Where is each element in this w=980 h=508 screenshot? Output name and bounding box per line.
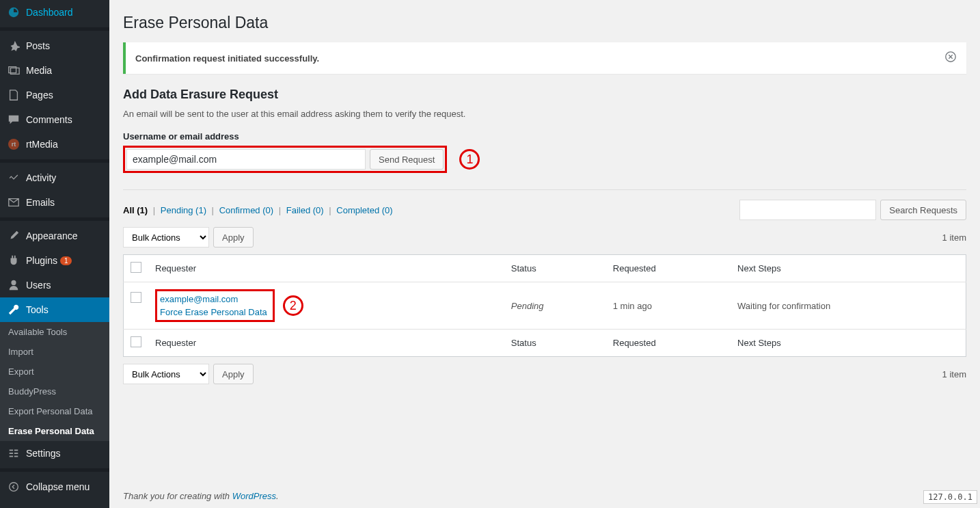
sidebar-label: Posts — [26, 40, 50, 51]
sidebar-item-posts[interactable]: Posts — [0, 34, 109, 58]
sidebar-label: Users — [26, 280, 51, 291]
sidebar-sub-export[interactable]: Export — [0, 362, 109, 382]
sidebar-item-users[interactable]: Users — [0, 273, 109, 297]
sidebar-sub-import[interactable]: Import — [0, 342, 109, 362]
select-all-checkbox-bottom[interactable] — [131, 336, 141, 347]
status-filter-links: All (1) | Pending (1) | Confirmed (0) | … — [123, 205, 393, 215]
svg-rect-1 — [14, 450, 18, 451]
sidebar-label: Plugins — [26, 255, 57, 266]
sidebar-label: Emails — [26, 197, 55, 208]
page-title: Erase Personal Data — [123, 14, 966, 32]
sidebar-item-pages[interactable]: Pages — [0, 83, 109, 107]
section-description: An email will be sent to the user at thi… — [123, 109, 966, 119]
dismiss-notice-button[interactable] — [944, 51, 957, 66]
sidebar-item-emails[interactable]: Emails — [0, 190, 109, 215]
apply-bulk-button-bottom[interactable]: Apply — [213, 364, 254, 384]
bulk-actions-select-top[interactable]: Bulk Actions — [123, 227, 209, 248]
sidebar-sub-buddypress[interactable]: BuddyPress — [0, 382, 109, 401]
requests-table: Requester Status Requested Next Steps ex… — [123, 254, 966, 357]
sidebar-item-rtmedia[interactable]: rt rtMedia — [0, 132, 109, 157]
sidebar-item-comments[interactable]: Comments — [0, 107, 109, 132]
admin-sidebar: Dashboard Posts Media Pages Comments rt … — [0, 0, 109, 508]
select-all-checkbox-top[interactable] — [131, 262, 141, 273]
ip-address-box: 127.0.0.1 — [923, 490, 977, 504]
table-row: example@mail.com Force Erase Personal Da… — [124, 282, 966, 330]
svg-rect-2 — [10, 453, 13, 454]
svg-point-6 — [10, 483, 18, 492]
search-input[interactable] — [739, 200, 876, 220]
col-header-status[interactable]: Status — [504, 255, 606, 282]
email-field-label: Username or email address — [123, 131, 966, 142]
sidebar-submenu-tools: Available Tools Import Export BuddyPress… — [0, 322, 109, 441]
next-steps-cell: Waiting for confirmation — [731, 282, 966, 330]
email-input[interactable] — [126, 149, 366, 170]
send-request-button[interactable]: Send Request — [370, 149, 444, 170]
row-checkbox[interactable] — [131, 292, 141, 303]
sidebar-label: rtMedia — [26, 139, 58, 150]
collapse-menu-button[interactable]: Collapse menu — [0, 474, 109, 499]
filter-all[interactable]: All (1) — [123, 205, 148, 215]
col-header-requester[interactable]: Requester — [148, 255, 504, 282]
sidebar-label: Tools — [26, 304, 49, 315]
sidebar-item-tools[interactable]: Tools — [0, 297, 109, 322]
sidebar-label: Appearance — [26, 230, 78, 241]
requester-email-link[interactable]: example@mail.com — [160, 294, 238, 304]
notice-text: Confirmation request initiated successfu… — [135, 53, 319, 64]
requested-cell: 1 min ago — [606, 282, 731, 330]
annotation-highlight-2: example@mail.com Force Erase Personal Da… — [155, 289, 275, 322]
col-header-next-steps[interactable]: Next Steps — [731, 255, 966, 282]
sidebar-label: Activity — [26, 172, 56, 183]
sidebar-label: Settings — [26, 448, 61, 459]
success-notice: Confirmation request initiated successfu… — [123, 42, 966, 74]
filter-confirmed[interactable]: Confirmed (0) — [219, 205, 273, 215]
svg-rect-3 — [14, 453, 18, 454]
sidebar-sub-export-personal-data[interactable]: Export Personal Data — [0, 401, 109, 421]
force-erase-link[interactable]: Force Erase Personal Data — [160, 307, 267, 317]
col-header-requested[interactable]: Requested — [606, 255, 731, 282]
sidebar-label: Media — [26, 65, 52, 76]
col-footer-requested: Requested — [606, 330, 731, 357]
sidebar-separator — [0, 27, 109, 31]
status-cell: Pending — [511, 301, 544, 311]
sidebar-item-appearance[interactable]: Appearance — [0, 224, 109, 248]
main-content: Erase Personal Data Confirmation request… — [109, 0, 980, 508]
sidebar-sub-available-tools[interactable]: Available Tools — [0, 322, 109, 342]
sidebar-sub-erase-personal-data[interactable]: Erase Personal Data — [0, 421, 109, 441]
page-icon — [7, 88, 21, 102]
sidebar-separator — [0, 159, 109, 163]
sidebar-label: Dashboard — [26, 7, 73, 18]
sidebar-item-media[interactable]: Media — [0, 58, 109, 83]
col-footer-next-steps: Next Steps — [731, 330, 966, 357]
sidebar-separator — [0, 217, 109, 221]
user-icon — [7, 278, 21, 292]
sidebar-label: Pages — [26, 90, 53, 101]
rtmedia-icon: rt — [7, 137, 21, 151]
media-icon — [7, 64, 21, 77]
sidebar-item-settings[interactable]: Settings — [0, 441, 109, 466]
section-title: Add Data Erasure Request — [123, 88, 966, 102]
sidebar-item-dashboard[interactable]: Dashboard — [0, 0, 109, 25]
update-badge: 1 — [60, 256, 72, 265]
annotation-marker-2: 2 — [283, 295, 303, 316]
wordpress-link[interactable]: WordPress — [232, 491, 276, 501]
collapse-label: Collapse menu — [26, 481, 90, 492]
bulk-actions-select-bottom[interactable]: Bulk Actions — [123, 364, 209, 384]
sidebar-label: Comments — [26, 114, 72, 125]
admin-footer: Thank you for creating with WordPress. V… — [123, 479, 966, 508]
svg-rect-5 — [14, 456, 18, 457]
filter-failed[interactable]: Failed (0) — [286, 205, 324, 215]
comment-icon — [7, 113, 21, 126]
sidebar-item-activity[interactable]: Activity — [0, 165, 109, 190]
search-requests-button[interactable]: Search Requests — [880, 200, 966, 220]
sidebar-item-plugins[interactable]: Plugins 1 — [0, 248, 109, 273]
item-count-top: 1 item — [942, 232, 966, 243]
filter-pending[interactable]: Pending (1) — [161, 205, 206, 215]
sidebar-separator — [0, 468, 109, 472]
svg-rect-4 — [10, 456, 13, 457]
col-footer-status: Status — [504, 330, 606, 357]
footer-thanks: Thank you for creating with — [123, 491, 232, 501]
annotation-highlight-1: Send Request — [123, 146, 447, 173]
filter-completed[interactable]: Completed (0) — [336, 205, 392, 215]
apply-bulk-button-top[interactable]: Apply — [213, 227, 254, 248]
activity-icon — [7, 171, 21, 185]
